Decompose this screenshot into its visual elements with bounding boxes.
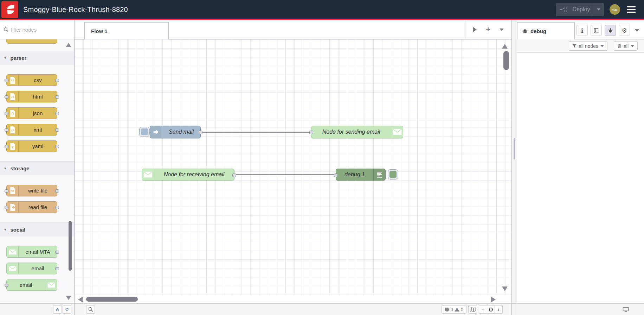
debug-filter-button[interactable]: all nodes <box>569 41 607 51</box>
add-flow-button[interactable]: + <box>486 26 490 33</box>
double-chevron-up-icon <box>55 307 60 312</box>
output-port[interactable] <box>55 267 59 270</box>
palette-scrollbar[interactable] <box>69 221 72 271</box>
input-port[interactable] <box>5 128 8 132</box>
input-port[interactable] <box>5 206 8 209</box>
input-port[interactable] <box>309 131 313 134</box>
separator-grip-handle[interactable] <box>514 138 515 159</box>
wire[interactable] <box>236 174 336 175</box>
output-port[interactable] <box>55 79 59 82</box>
canvas-scroll-down-icon[interactable] <box>502 286 508 291</box>
palette-node-email-in[interactable]: email <box>6 263 57 274</box>
palette-node-json[interactable]: {} json <box>6 107 57 119</box>
debug-toggle-button[interactable] <box>388 169 398 179</box>
output-port[interactable] <box>55 251 59 254</box>
output-port[interactable] <box>55 95 59 99</box>
input-port[interactable] <box>5 95 8 99</box>
sidebar-more-tabs-button[interactable] <box>635 29 639 32</box>
output-port[interactable] <box>199 131 202 134</box>
zoom-out-button[interactable]: − <box>479 305 487 313</box>
category-social[interactable]: ▾ social <box>0 222 74 237</box>
toggle-navigator-button[interactable] <box>468 305 477 314</box>
envelope-icon <box>142 169 154 180</box>
tab-flow-1[interactable]: Flow 1 <box>84 22 169 39</box>
canvas-scroll-up-icon[interactable] <box>502 44 508 49</box>
user-avatar[interactable]: su <box>610 4 620 15</box>
palette-node-xml[interactable]: <> xml <box>6 124 57 136</box>
tab-debug[interactable]: debug <box>517 22 575 39</box>
palette-scroll-area[interactable]: ▾ parser 1,2 csv <> html <box>0 39 74 303</box>
flow-node-sending-email[interactable]: Node for sending email <box>311 126 403 138</box>
deploy-options-button[interactable] <box>593 3 604 16</box>
canvas-scroll-left-icon[interactable] <box>78 297 83 302</box>
search-flows-button[interactable] <box>86 305 95 314</box>
debug-filter-row: all nodes all <box>517 39 644 53</box>
palette-node-csv[interactable]: 1,2 csv <box>6 74 57 86</box>
canvas-footer: 0 0 − + <box>75 304 511 315</box>
footer-separator <box>511 304 517 315</box>
svg-text:<>: <> <box>11 128 14 132</box>
output-port[interactable] <box>55 128 59 132</box>
palette-node-write-file[interactable]: write file <box>6 185 57 196</box>
flow-node-send-mail[interactable]: Send mail <box>150 126 201 138</box>
category-parser[interactable]: ▾ parser <box>0 51 74 65</box>
output-port[interactable] <box>232 174 236 177</box>
collapse-all-categories-button[interactable] <box>53 305 62 314</box>
node-red-app: Smoggy-Blue-Rock-Thrush-8820 Deploy su <box>0 0 644 315</box>
wire[interactable] <box>202 132 312 133</box>
sidebar: debug i ⚙ all nodes <box>517 20 644 303</box>
sidebar-separator[interactable] <box>511 20 517 303</box>
flow-node-debug-1[interactable]: debug 1 <box>336 169 386 181</box>
envelope-icon <box>391 126 403 138</box>
zoom-in-button[interactable]: + <box>495 305 502 313</box>
zoom-reset-button[interactable] <box>487 305 495 313</box>
debug-output-icon <box>373 169 385 180</box>
input-port[interactable] <box>334 174 338 177</box>
config-nodes-tab-button[interactable]: ⚙ <box>619 25 630 36</box>
flow-canvas[interactable]: Send mail Node for sending email <box>75 39 511 295</box>
input-port[interactable] <box>5 284 8 287</box>
output-port[interactable] <box>55 189 59 193</box>
palette-node-email-mta[interactable]: email MTA <box>6 246 57 258</box>
input-port[interactable] <box>5 145 8 148</box>
canvas-horizontal-scrollbar[interactable] <box>86 297 138 302</box>
envelope-icon <box>7 263 19 274</box>
book-icon <box>593 28 599 33</box>
inject-button[interactable] <box>139 127 150 137</box>
input-port[interactable] <box>5 112 8 115</box>
flow-node-receiving-email[interactable]: Node for receiving email <box>142 169 234 181</box>
palette-node-html[interactable]: <> html <box>6 91 57 102</box>
category-storage[interactable]: ▾ storage <box>0 161 74 175</box>
node-red-logo-icon <box>1 1 18 18</box>
deploy-button[interactable]: Deploy <box>556 3 604 16</box>
debug-clear-button[interactable]: all <box>614 41 638 51</box>
main-menu-button[interactable] <box>626 5 637 14</box>
palette-node-partial[interactable] <box>6 39 57 44</box>
output-port[interactable] <box>55 206 59 209</box>
palette-scroll-up-icon[interactable] <box>66 43 71 47</box>
filter-nodes-input[interactable] <box>11 27 64 33</box>
palette-node-email-out[interactable]: email <box>6 279 57 291</box>
search-icon <box>4 27 8 32</box>
palette-scroll-down-icon[interactable] <box>66 296 71 300</box>
output-port[interactable] <box>55 112 59 115</box>
funnel-icon <box>572 44 577 48</box>
error-icon <box>445 307 449 312</box>
input-port[interactable] <box>5 79 8 82</box>
svg-text:<>: <> <box>11 95 14 99</box>
palette-node-read-file[interactable]: read file <box>6 201 57 213</box>
info-tab-button[interactable]: i <box>577 25 588 36</box>
open-in-window-button[interactable] <box>623 307 629 312</box>
output-port[interactable] <box>55 145 59 148</box>
expand-all-categories-button[interactable] <box>63 305 71 314</box>
debug-tab-button[interactable] <box>605 25 616 36</box>
palette-node-yaml[interactable]: Y yaml <box>6 140 57 152</box>
help-tab-button[interactable] <box>591 25 602 36</box>
flow-list-button[interactable] <box>500 29 504 31</box>
next-tab-icon[interactable] <box>473 27 477 32</box>
chevron-down-icon: ▾ <box>4 227 6 232</box>
canvas-scroll-right-icon[interactable] <box>491 297 496 302</box>
input-port[interactable] <box>5 189 8 193</box>
error-warning-counts[interactable]: 0 0 <box>442 305 466 314</box>
canvas-vertical-scrollbar[interactable] <box>503 51 509 70</box>
